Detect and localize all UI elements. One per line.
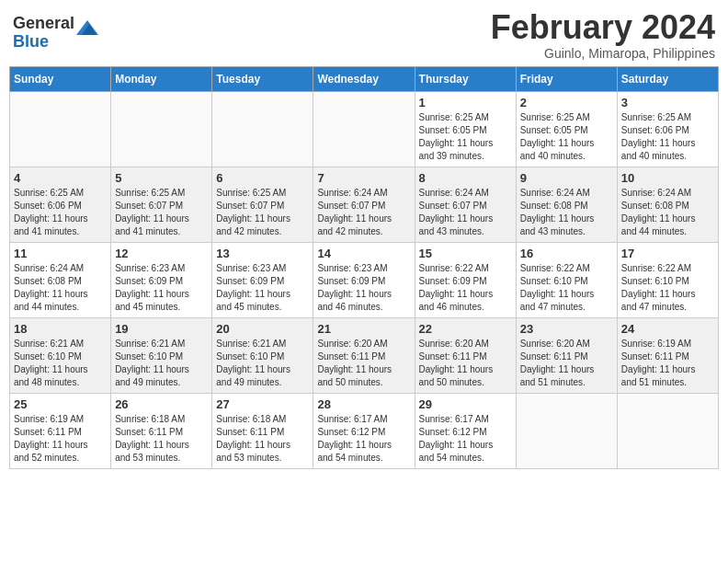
day-info: Sunrise: 6:25 AMSunset: 6:05 PMDaylight:… <box>520 111 613 163</box>
day-number: 3 <box>621 96 714 109</box>
day-number: 13 <box>216 247 309 260</box>
logo-general: General <box>13 15 74 33</box>
calendar-cell: 19Sunrise: 6:21 AMSunset: 6:10 PMDayligh… <box>111 317 212 393</box>
calendar-cell: 18Sunrise: 6:21 AMSunset: 6:10 PMDayligh… <box>10 317 111 393</box>
calendar-cell <box>111 91 212 167</box>
day-info: Sunrise: 6:19 AMSunset: 6:11 PMDaylight:… <box>621 338 714 389</box>
day-number: 11 <box>14 247 107 260</box>
calendar-row-4: 25Sunrise: 6:19 AMSunset: 6:11 PMDayligh… <box>10 393 719 468</box>
day-number: 20 <box>216 322 309 336</box>
day-number: 17 <box>621 247 714 260</box>
calendar-title: February 2024 <box>491 9 715 46</box>
calendar-cell: 15Sunrise: 6:22 AMSunset: 6:09 PMDayligh… <box>415 242 516 317</box>
day-number: 5 <box>115 171 208 185</box>
calendar-cell: 21Sunrise: 6:20 AMSunset: 6:11 PMDayligh… <box>313 317 415 393</box>
calendar-cell: 6Sunrise: 6:25 AMSunset: 6:07 PMDaylight… <box>212 167 313 242</box>
day-info: Sunrise: 6:22 AMSunset: 6:10 PMDaylight:… <box>621 262 714 314</box>
day-info: Sunrise: 6:24 AMSunset: 6:07 PMDaylight:… <box>317 187 410 238</box>
calendar-cell <box>313 91 415 167</box>
day-number: 10 <box>621 171 714 185</box>
calendar-cell: 27Sunrise: 6:18 AMSunset: 6:11 PMDayligh… <box>212 393 313 468</box>
day-info: Sunrise: 6:18 AMSunset: 6:11 PMDaylight:… <box>115 413 208 465</box>
day-info: Sunrise: 6:19 AMSunset: 6:11 PMDaylight:… <box>14 413 107 465</box>
calendar-cell: 9Sunrise: 6:24 AMSunset: 6:08 PMDaylight… <box>516 167 617 242</box>
day-info: Sunrise: 6:25 AMSunset: 6:06 PMDaylight:… <box>621 111 714 163</box>
day-info: Sunrise: 6:25 AMSunset: 6:07 PMDaylight:… <box>216 187 309 238</box>
calendar-cell <box>10 91 111 167</box>
day-info: Sunrise: 6:23 AMSunset: 6:09 PMDaylight:… <box>216 262 309 314</box>
day-number: 27 <box>216 397 309 411</box>
calendar-cell: 25Sunrise: 6:19 AMSunset: 6:11 PMDayligh… <box>10 393 111 468</box>
calendar-table: SundayMondayTuesdayWednesdayThursdayFrid… <box>9 66 719 469</box>
calendar-row-0: 1Sunrise: 6:25 AMSunset: 6:05 PMDaylight… <box>10 91 719 167</box>
calendar-cell: 23Sunrise: 6:20 AMSunset: 6:11 PMDayligh… <box>516 317 617 393</box>
day-number: 23 <box>520 322 613 336</box>
calendar-cell: 17Sunrise: 6:22 AMSunset: 6:10 PMDayligh… <box>617 242 718 317</box>
day-number: 2 <box>520 96 613 109</box>
day-info: Sunrise: 6:17 AMSunset: 6:12 PMDaylight:… <box>317 413 410 465</box>
col-header-thursday: Thursday <box>415 66 516 91</box>
day-number: 16 <box>520 247 613 260</box>
calendar-cell: 11Sunrise: 6:24 AMSunset: 6:08 PMDayligh… <box>10 242 111 317</box>
day-info: Sunrise: 6:20 AMSunset: 6:11 PMDaylight:… <box>520 338 613 389</box>
day-number: 15 <box>419 247 512 260</box>
calendar-cell <box>516 393 617 468</box>
calendar-cell: 20Sunrise: 6:21 AMSunset: 6:10 PMDayligh… <box>212 317 313 393</box>
header: General Blue February 2024 Guinlo, Mimar… <box>9 9 719 61</box>
day-info: Sunrise: 6:24 AMSunset: 6:07 PMDaylight:… <box>419 187 512 238</box>
col-header-tuesday: Tuesday <box>212 66 313 91</box>
day-info: Sunrise: 6:18 AMSunset: 6:11 PMDaylight:… <box>216 413 309 465</box>
calendar-subtitle: Guinlo, Mimaropa, Philippines <box>491 46 715 61</box>
col-header-monday: Monday <box>111 66 212 91</box>
calendar-row-3: 18Sunrise: 6:21 AMSunset: 6:10 PMDayligh… <box>10 317 719 393</box>
calendar-cell: 29Sunrise: 6:17 AMSunset: 6:12 PMDayligh… <box>415 393 516 468</box>
calendar-cell: 22Sunrise: 6:20 AMSunset: 6:11 PMDayligh… <box>415 317 516 393</box>
calendar-cell: 7Sunrise: 6:24 AMSunset: 6:07 PMDaylight… <box>313 167 415 242</box>
calendar-cell: 12Sunrise: 6:23 AMSunset: 6:09 PMDayligh… <box>111 242 212 317</box>
day-number: 22 <box>419 322 512 336</box>
calendar-cell: 14Sunrise: 6:23 AMSunset: 6:09 PMDayligh… <box>313 242 415 317</box>
day-number: 24 <box>621 322 714 336</box>
logo-icon <box>76 17 98 39</box>
calendar-row-2: 11Sunrise: 6:24 AMSunset: 6:08 PMDayligh… <box>10 242 719 317</box>
day-number: 4 <box>14 171 107 185</box>
day-info: Sunrise: 6:25 AMSunset: 6:07 PMDaylight:… <box>115 187 208 238</box>
calendar-cell: 3Sunrise: 6:25 AMSunset: 6:06 PMDaylight… <box>617 91 718 167</box>
calendar-cell: 10Sunrise: 6:24 AMSunset: 6:08 PMDayligh… <box>617 167 718 242</box>
day-number: 1 <box>419 96 512 109</box>
logo: General Blue <box>13 15 98 52</box>
col-header-saturday: Saturday <box>617 66 718 91</box>
day-number: 12 <box>115 247 208 260</box>
title-area: February 2024 Guinlo, Mimaropa, Philippi… <box>491 9 715 61</box>
day-info: Sunrise: 6:22 AMSunset: 6:10 PMDaylight:… <box>520 262 613 314</box>
day-number: 7 <box>317 171 410 185</box>
day-info: Sunrise: 6:21 AMSunset: 6:10 PMDaylight:… <box>14 338 107 389</box>
col-header-sunday: Sunday <box>10 66 111 91</box>
day-number: 9 <box>520 171 613 185</box>
calendar-cell <box>617 393 718 468</box>
calendar-cell: 26Sunrise: 6:18 AMSunset: 6:11 PMDayligh… <box>111 393 212 468</box>
day-info: Sunrise: 6:23 AMSunset: 6:09 PMDaylight:… <box>317 262 410 314</box>
day-info: Sunrise: 6:20 AMSunset: 6:11 PMDaylight:… <box>317 338 410 389</box>
day-info: Sunrise: 6:21 AMSunset: 6:10 PMDaylight:… <box>216 338 309 389</box>
day-number: 25 <box>14 397 107 411</box>
logo-blue: Blue <box>13 33 74 52</box>
day-info: Sunrise: 6:24 AMSunset: 6:08 PMDaylight:… <box>520 187 613 238</box>
day-info: Sunrise: 6:21 AMSunset: 6:10 PMDaylight:… <box>115 338 208 389</box>
calendar-cell: 2Sunrise: 6:25 AMSunset: 6:05 PMDaylight… <box>516 91 617 167</box>
day-number: 21 <box>317 322 410 336</box>
day-info: Sunrise: 6:24 AMSunset: 6:08 PMDaylight:… <box>14 262 107 314</box>
col-header-friday: Friday <box>516 66 617 91</box>
calendar-cell: 1Sunrise: 6:25 AMSunset: 6:05 PMDaylight… <box>415 91 516 167</box>
calendar-cell: 4Sunrise: 6:25 AMSunset: 6:06 PMDaylight… <box>10 167 111 242</box>
day-number: 18 <box>14 322 107 336</box>
header-row: SundayMondayTuesdayWednesdayThursdayFrid… <box>10 66 719 91</box>
day-number: 28 <box>317 397 410 411</box>
day-info: Sunrise: 6:20 AMSunset: 6:11 PMDaylight:… <box>419 338 512 389</box>
day-number: 19 <box>115 322 208 336</box>
day-info: Sunrise: 6:24 AMSunset: 6:08 PMDaylight:… <box>621 187 714 238</box>
day-number: 6 <box>216 171 309 185</box>
day-info: Sunrise: 6:23 AMSunset: 6:09 PMDaylight:… <box>115 262 208 314</box>
day-info: Sunrise: 6:17 AMSunset: 6:12 PMDaylight:… <box>419 413 512 465</box>
calendar-cell: 24Sunrise: 6:19 AMSunset: 6:11 PMDayligh… <box>617 317 718 393</box>
